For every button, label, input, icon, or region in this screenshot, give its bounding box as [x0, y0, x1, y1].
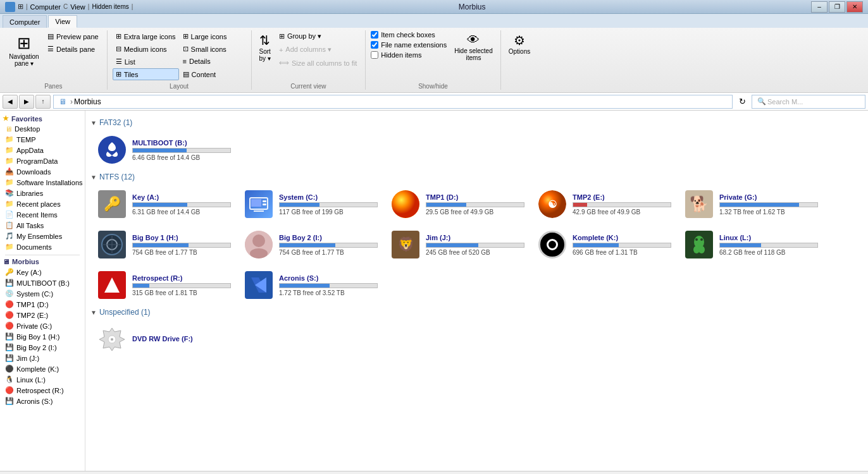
navigation-pane-button[interactable]: ⊞ Navigationpane ▾	[5, 30, 43, 70]
sort-by-button[interactable]: ⇅ Sortby ▾	[257, 30, 273, 64]
tab-view[interactable]: View	[70, 3, 85, 11]
content-button[interactable]: ▤ Content	[180, 68, 246, 80]
tab-computer[interactable]: Computer	[30, 3, 61, 11]
ribbon-group-layout: ⊞ Extra large icons ⊞ Large icons ⊟ Medi…	[113, 30, 252, 90]
drive-tile-multiboot[interactable]: MULTIBOOT (B:) 6.46 GB free of 14.4 GB	[91, 130, 237, 169]
sidebar-item-documents[interactable]: 📁 Documents	[0, 241, 85, 252]
favorites-header[interactable]: ★ Favorites	[0, 113, 85, 124]
tiles-button[interactable]: ⊞ Tiles	[113, 68, 179, 80]
sidebar-item-desktop[interactable]: 🖥 Desktop	[0, 124, 85, 134]
linux-bar-fill	[720, 243, 761, 247]
computer-header[interactable]: 🖥 Morbius	[0, 257, 85, 267]
drive-tile-tmp1[interactable]: TMP1 (D:) 29.5 GB free of 49.9 GB	[385, 185, 530, 224]
sidebar-item-programdata[interactable]: 📁 ProgramData	[0, 155, 85, 166]
drive-tile-bigboy2[interactable]: Big Boy 2 (I:) 754 GB free of 1.77 TB	[238, 225, 383, 264]
sidebar-item-komplete[interactable]: ⚫ Komplete (K:)	[0, 363, 85, 374]
multiboot-icon-wrap	[97, 135, 127, 165]
linux-bar-bg	[719, 243, 818, 248]
fat32-group-header[interactable]: ▼ FAT32 (1)	[90, 118, 863, 127]
sidebar-item-my-ensembles[interactable]: 🎵 My Ensembles	[0, 231, 85, 241]
ntfs-group-header[interactable]: ▼ NTFS (12)	[90, 173, 863, 181]
sidebar-item-acronis[interactable]: 💾 Acronis (S:)	[0, 396, 85, 406]
refresh-button[interactable]: ↻	[735, 95, 749, 109]
file-name-ext-checkbox[interactable]: File name extensions	[371, 40, 447, 49]
medium-icons-button[interactable]: ⊟ Medium icons	[113, 43, 179, 55]
preview-pane-button[interactable]: ▤ Preview pane	[44, 30, 102, 42]
details-pane-button[interactable]: ☰ Details pane	[44, 43, 102, 55]
path-morbius[interactable]: Morbius	[74, 97, 101, 106]
file-name-ext-input[interactable]	[371, 41, 378, 49]
size-columns-button[interactable]: ⟺ Size all columns to fit	[276, 57, 360, 69]
search-box[interactable]: 🔍 Search M...	[752, 95, 865, 109]
hidden-items-input[interactable]	[371, 51, 378, 59]
large-icons-button[interactable]: ⊞ Large icons	[180, 30, 246, 42]
unspecified-group-header[interactable]: ▼ Unspecified (1)	[90, 308, 863, 317]
extra-large-icons-button[interactable]: ⊞ Extra large icons	[113, 30, 179, 42]
sidebar-item-bigboy1[interactable]: 💾 Big Boy 1 (H:)	[0, 331, 85, 342]
sidebar-item-libraries[interactable]: 📚 Libraries	[0, 188, 85, 198]
jim-icon-wrap: 🦁	[390, 229, 421, 260]
retrospect-label: Retrospect (R:)	[16, 387, 64, 394]
sidebar-item-jim[interactable]: 💾 Jim (J:)	[0, 353, 85, 363]
sidebar-item-private[interactable]: 🔴 Private (G:)	[0, 320, 85, 331]
sidebar-item-linux[interactable]: 🐧 Linux (L:)	[0, 374, 85, 385]
tab-quick-access[interactable]: ⊞	[18, 3, 23, 11]
forward-button[interactable]: ▶	[19, 95, 34, 109]
recent-items-icon: 📄	[5, 210, 14, 219]
drive-tile-jim[interactable]: 🦁 Jim (J:) 245 GB free of 520 GB	[385, 225, 530, 264]
hidden-items-tab[interactable]: Hidden items	[92, 3, 128, 10]
sidebar-item-all-tasks[interactable]: 📋 All Tasks	[0, 220, 85, 231]
sidebar-item-key[interactable]: 🔑 Key (A:)	[0, 267, 85, 277]
drive-tile-komplete[interactable]: Komplete (K:) 696 GB free of 1.31 TB	[531, 225, 677, 264]
drive-tile-private[interactable]: 🐕 Private (G:) 1.32 TB free of 1.62 TB	[678, 185, 824, 224]
tiles-icon: ⊞	[116, 70, 121, 78]
acronis-bar-fill	[280, 284, 330, 288]
sidebar-item-multiboot[interactable]: 💾 MULTIBOOT (B:)	[0, 277, 85, 288]
bigboy1-icon: 💾	[5, 332, 14, 341]
hide-selected-button[interactable]: 👁 Hide selecteditems	[452, 30, 495, 64]
small-icons-button[interactable]: ⊡ Small icons	[180, 43, 246, 55]
address-path-box[interactable]: 🖥 › Morbius	[53, 95, 733, 109]
sidebar-item-retrospect[interactable]: 🔴 Retrospect (R:)	[0, 385, 85, 396]
ribbon-tab-view[interactable]: View	[48, 15, 77, 28]
drive-tile-linux[interactable]: Linux (L:) 68.2 GB free of 118 GB	[678, 225, 824, 264]
sidebar-item-bigboy2[interactable]: 💾 Big Boy 2 (I:)	[0, 342, 85, 353]
sidebar-item-tmp2[interactable]: 🔴 TMP2 (E:)	[0, 310, 85, 320]
drive-tile-dvd[interactable]: DVD RW Drive (F:)	[91, 320, 237, 359]
acronis-icon-wrap	[244, 270, 274, 300]
drive-tile-bigboy1[interactable]: Big Boy 1 (H:) 754 GB free of 1.77 TB	[91, 225, 237, 264]
sidebar-item-downloads[interactable]: 📥 Downloads	[0, 166, 85, 177]
layout-content: ⊞ Extra large icons ⊞ Large icons ⊟ Medi…	[113, 30, 246, 80]
options-button[interactable]: ⚙ Options	[506, 30, 533, 58]
svg-point-14	[695, 238, 698, 241]
drive-tile-acronis[interactable]: Acronis (S:) 1.72 TB free of 3.52 TB	[238, 265, 383, 305]
drive-tile-retrospect[interactable]: Retrospect (R:) 315 GB free of 1.81 TB	[91, 265, 237, 305]
details-list-icon: ≡	[183, 58, 187, 65]
sidebar-item-tmp1[interactable]: 🔴 TMP1 (D:)	[0, 299, 85, 310]
group-by-button[interactable]: ⊞ Group by ▾	[276, 30, 360, 42]
item-check-boxes-input[interactable]	[371, 31, 378, 39]
sidebar-item-software[interactable]: 📁 Software Installations	[0, 177, 85, 188]
hidden-items-checkbox[interactable]: Hidden items	[371, 51, 447, 59]
sidebar-item-recent-items[interactable]: 📄 Recent Items	[0, 209, 85, 220]
up-button[interactable]: ↑	[35, 95, 51, 109]
list-button[interactable]: ☰ List	[113, 56, 179, 68]
my-ensembles-label: My Ensembles	[16, 233, 62, 240]
ribbon-tab-computer[interactable]: Computer	[3, 15, 47, 28]
sidebar-item-recent-places[interactable]: 📁 Recent places	[0, 198, 85, 209]
show-hide-checkboxes: Item check boxes File name extensions Hi…	[371, 30, 447, 64]
restore-button[interactable]: ❐	[829, 1, 845, 13]
details-button[interactable]: ≡ Details	[180, 56, 246, 67]
item-check-boxes-checkbox[interactable]: Item check boxes	[371, 30, 447, 39]
drive-tile-tmp2[interactable]: ☯ TMP2 (E:) 42.9 GB free of 49.9 GB	[531, 185, 677, 224]
sidebar-item-temp[interactable]: 📁 TEMP	[0, 134, 85, 145]
drive-tile-system[interactable]: System (C:) 117 GB free of 199 GB	[238, 185, 383, 224]
close-button[interactable]: ✕	[846, 1, 863, 13]
minimize-button[interactable]: –	[811, 1, 828, 13]
sidebar-item-system[interactable]: 💿 System (C:)	[0, 288, 85, 299]
add-columns-button[interactable]: + Add columns ▾	[276, 44, 360, 56]
drive-tile-key[interactable]: 🔑 Key (A:) 6.31 GB free of 14.4 GB	[91, 185, 237, 224]
back-button[interactable]: ◀	[3, 95, 18, 109]
sidebar-item-appdata[interactable]: 📁 AppData	[0, 145, 85, 155]
tmp1-size: 29.5 GB free of 49.9 GB	[426, 209, 524, 216]
